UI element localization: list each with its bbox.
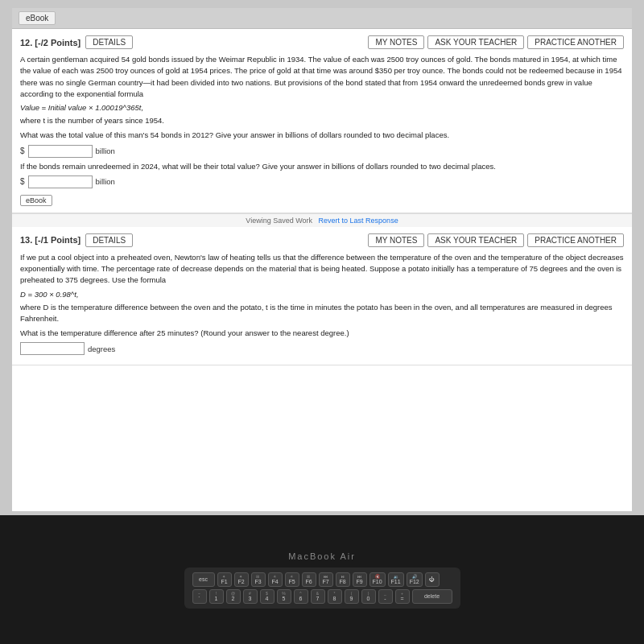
f6-key[interactable]: ⊠F6 [302, 572, 316, 587]
browser-window: eBook 12. [-/2 Points] DETAILS MY NOTES … [12, 8, 632, 511]
f11-key[interactable]: 🔉F11 [388, 572, 404, 587]
practice-another-button-12[interactable]: PRACTICE ANOTHER [527, 35, 624, 49]
laptop-screen: eBook 12. [-/2 Points] DETAILS MY NOTES … [0, 0, 644, 515]
answer-row-12-2: $ billion [20, 175, 624, 188]
question-12-text: A certain gentleman acquired 54 gold bon… [20, 54, 624, 100]
plus-key[interactable]: += [395, 589, 410, 604]
question-12-formula: Value = Initial value × 1.00019^365t, [20, 103, 624, 112]
function-key-row: esc ✦F1 ✦F2 ⊞F3 ☀F4 ☀F5 ⊠F6 ⏮F7 ⏯F8 ⏭F9 … [192, 572, 452, 587]
question-13-block: 13. [-/1 Points] DETAILS MY NOTES ASK YO… [12, 227, 632, 366]
page-content: 12. [-/2 Points] DETAILS MY NOTES ASK YO… [12, 29, 632, 511]
degrees-label-13: degrees [88, 345, 115, 353]
question-12-block: 12. [-/2 Points] DETAILS MY NOTES ASK YO… [12, 29, 632, 213]
dollar-sign-12-1: $ [20, 147, 25, 155]
8-key[interactable]: *8 [328, 589, 342, 604]
f7-key[interactable]: ⏮F7 [319, 572, 333, 587]
saved-work-bar: Viewing Saved Work Revert to Last Respon… [12, 213, 632, 227]
9-key[interactable]: (9 [345, 589, 359, 604]
question-13-text: If we put a cool object into a preheated… [20, 252, 624, 287]
answer-row-13-1: degrees [20, 342, 624, 355]
details-button-13[interactable]: DETAILS [85, 233, 133, 247]
macbook-label: MacBook Air [288, 551, 356, 561]
revert-link[interactable]: Revert to Last Response [319, 217, 398, 225]
0-key[interactable]: )0 [361, 589, 376, 604]
1-key[interactable]: !1 [209, 589, 224, 604]
question-12-number: 12. [-/2 Points] [20, 38, 80, 47]
keyboard: esc ✦F1 ✦F2 ⊞F3 ☀F4 ☀F5 ⊠F6 ⏮F7 ⏯F8 ⏭F9 … [184, 568, 460, 609]
dollar-sign-12-2: $ [20, 177, 25, 186]
billion-label-12-1: billion [96, 147, 115, 155]
3-key[interactable]: #3 [243, 589, 258, 604]
question-12-q2: If the bonds remain unredeemed in 2024, … [20, 161, 624, 172]
ebook-tab[interactable]: eBook [19, 11, 56, 25]
f5-key[interactable]: ☀F5 [285, 572, 299, 587]
esc-key[interactable]: esc [192, 572, 215, 587]
7-key[interactable]: &7 [311, 589, 325, 604]
question-13-formula-note: where D is the temperature difference be… [20, 302, 624, 325]
question-12-header: 12. [-/2 Points] DETAILS MY NOTES ASK YO… [20, 35, 624, 49]
question-13-formula: D = 300 × 0.98^t, [20, 290, 624, 299]
ask-teacher-button-12[interactable]: ASK YOUR TEACHER [427, 35, 524, 49]
practice-another-button-13[interactable]: PRACTICE ANOTHER [527, 233, 624, 247]
power-key[interactable]: ⏻ [425, 572, 440, 587]
tilde-key[interactable]: ~` [192, 589, 207, 604]
f10-key[interactable]: 🔇F10 [369, 572, 386, 587]
my-notes-button-13[interactable]: MY NOTES [368, 233, 424, 247]
keyboard-area: MacBook Air esc ✦F1 ✦F2 ⊞F3 ☀F4 ☀F5 ⊠F6 … [0, 515, 644, 644]
details-button-12[interactable]: DETAILS [85, 35, 133, 49]
answer-input-12-2[interactable] [28, 175, 93, 188]
ask-teacher-button-13[interactable]: ASK YOUR TEACHER [427, 233, 524, 247]
answer-row-12-1: $ billion [20, 145, 624, 158]
5-key[interactable]: %5 [277, 589, 291, 604]
question-12-q1: What was the total value of this man's 5… [20, 130, 624, 141]
f1-key[interactable]: ✦F1 [217, 572, 232, 587]
browser-bar: eBook [12, 8, 632, 29]
minus-key[interactable]: _- [378, 589, 393, 604]
question-13-number: 13. [-/1 Points] [20, 235, 80, 245]
saved-work-text: Viewing Saved Work [246, 217, 312, 225]
f3-key[interactable]: ⊞F3 [251, 572, 266, 587]
billion-label-12-2: billion [96, 177, 115, 186]
f9-key[interactable]: ⏭F9 [353, 572, 367, 587]
delete-key[interactable]: delete [412, 589, 452, 604]
answer-input-13-1[interactable] [20, 342, 85, 355]
f2-key[interactable]: ✦F2 [234, 572, 249, 587]
question-13-header: 13. [-/1 Points] DETAILS MY NOTES ASK YO… [20, 233, 624, 247]
f4-key[interactable]: ☀F4 [268, 572, 283, 587]
f12-key[interactable]: 🔊F12 [407, 572, 423, 587]
question-12-actions: MY NOTES ASK YOUR TEACHER PRACTICE ANOTH… [368, 35, 624, 49]
4-key[interactable]: $4 [260, 589, 275, 604]
question-12-formula-note: where t is the number of years since 195… [20, 115, 624, 126]
ebook-button-12[interactable]: eBook [20, 195, 52, 206]
answer-input-12-1[interactable] [28, 145, 93, 158]
question-13-actions: MY NOTES ASK YOUR TEACHER PRACTICE ANOTH… [368, 233, 624, 247]
number-key-row: ~` !1 @2 #3 $4 %5 ^6 &7 *8 (9 )0 _- += d… [192, 589, 452, 604]
my-notes-button-12[interactable]: MY NOTES [368, 35, 424, 49]
f8-key[interactable]: ⏯F8 [336, 572, 350, 587]
6-key[interactable]: ^6 [294, 589, 308, 604]
question-13-q1: What is the temperature difference after… [20, 328, 624, 339]
2-key[interactable]: @2 [226, 589, 241, 604]
